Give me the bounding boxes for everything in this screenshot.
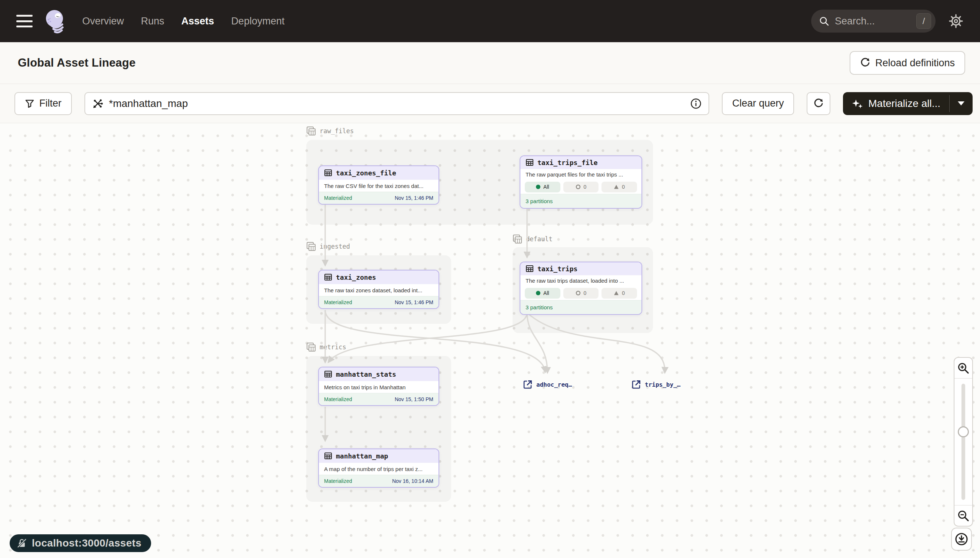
- zoom-in-button[interactable]: [954, 358, 972, 379]
- primary-nav: Overview Runs Assets Deployment: [82, 16, 285, 27]
- asset-description: A map of the number of trips per taxi z.…: [319, 463, 438, 475]
- reload-definitions-button[interactable]: Reload definitions: [850, 51, 965, 75]
- partition-all-pill[interactable]: All: [525, 288, 560, 299]
- asset-node-taxi-trips[interactable]: taxi_trips The raw taxi trips dataset, l…: [520, 262, 642, 315]
- page-title: Global Asset Lineage: [18, 56, 135, 70]
- group-label-raw-files[interactable]: raw_files: [306, 126, 354, 136]
- filter-button[interactable]: Filter: [15, 92, 72, 115]
- table-icon: [324, 273, 332, 281]
- partition-missing-pill[interactable]: 0: [563, 288, 599, 299]
- partition-missing-pill[interactable]: 0: [563, 182, 599, 192]
- external-link-icon: [523, 380, 533, 389]
- asset-description: The raw taxi trips dataset, loaded into …: [520, 275, 641, 286]
- asset-name: taxi_zones: [336, 274, 376, 281]
- zoom-panel: [954, 357, 973, 527]
- nav-link-deployment[interactable]: Deployment: [231, 16, 285, 27]
- chevron-down-icon: [958, 102, 964, 105]
- group-label-default[interactable]: default: [512, 234, 553, 244]
- asset-description: The raw taxi zones dataset, loaded int..…: [319, 284, 438, 296]
- asset-description: The raw CSV file for the taxi zones dat.…: [319, 179, 438, 192]
- zoom-out-icon: [957, 510, 970, 522]
- url-text: localhost:3000/assets: [32, 537, 142, 549]
- asset-description: Metrics on taxi trips in Manhattan: [319, 381, 438, 393]
- external-asset-trips-by[interactable]: trips_by_…: [631, 380, 680, 389]
- zoom-slider-track[interactable]: [962, 384, 965, 500]
- materialized-dot-icon: [536, 185, 540, 189]
- group-icon: [512, 234, 522, 244]
- partitions-count: 3 partitions: [520, 194, 641, 208]
- partition-health-pills: All 0 0: [520, 286, 641, 300]
- group-label-metrics[interactable]: metrics: [306, 342, 346, 352]
- download-circle-icon: [954, 532, 968, 546]
- materialize-all-button[interactable]: Materialize all...: [843, 92, 949, 115]
- asset-name: taxi_trips_file: [537, 159, 598, 166]
- asset-description: The raw parquet files for the taxi trips…: [520, 169, 641, 180]
- lock-slash-icon: [16, 538, 27, 549]
- materialization-timestamp: Nov 15, 1:50 PM: [395, 396, 433, 402]
- zoom-slider[interactable]: [954, 379, 972, 505]
- refresh-icon: [813, 98, 824, 109]
- asset-name: manhattan_stats: [336, 370, 396, 378]
- circle-outline-icon: [576, 290, 581, 295]
- zoom-in-icon: [957, 362, 970, 374]
- materialization-timestamp: Nov 15, 1:46 PM: [395, 195, 433, 201]
- lineage-toolbar: Filter Clear query: [0, 84, 980, 123]
- materialization-timestamp: Nov 16, 10:14 AM: [392, 478, 433, 484]
- materialized-dot-icon: [536, 291, 540, 295]
- asset-node-taxi-zones-file[interactable]: taxi_zones_file The raw CSV file for the…: [318, 166, 439, 205]
- global-search[interactable]: /: [811, 10, 936, 33]
- asset-node-taxi-zones[interactable]: taxi_zones The raw taxi zones dataset, l…: [318, 270, 439, 309]
- asset-node-manhattan-stats[interactable]: manhattan_stats Metrics on taxi trips in…: [318, 367, 439, 406]
- asset-lineage-canvas[interactable]: raw_files ingested default metrics: [0, 123, 980, 558]
- asset-node-manhattan-map[interactable]: manhattan_map A map of the number of tri…: [318, 448, 439, 488]
- status-badge: Materialized: [324, 396, 352, 402]
- asset-node-taxi-trips-file[interactable]: taxi_trips_file The raw parquet files fo…: [520, 156, 642, 209]
- nav-link-assets[interactable]: Assets: [181, 16, 214, 27]
- status-badge: Materialized: [324, 478, 352, 484]
- zoom-out-button[interactable]: [954, 505, 972, 526]
- table-icon: [525, 264, 534, 273]
- graph-query-icon: [92, 98, 104, 110]
- asset-status-footer: Materialized Nov 15, 1:50 PM: [319, 393, 438, 405]
- dagster-logo[interactable]: [44, 8, 67, 34]
- search-shortcut-key: /: [916, 13, 931, 29]
- asset-query-input[interactable]: [109, 98, 685, 110]
- table-icon: [324, 452, 332, 460]
- asset-name: taxi_trips: [537, 265, 577, 273]
- partition-all-pill[interactable]: All: [525, 182, 560, 192]
- materialization-timestamp: Nov 15, 1:46 PM: [395, 299, 433, 305]
- hamburger-menu-icon[interactable]: [16, 15, 33, 27]
- status-badge: Materialized: [324, 299, 352, 305]
- asset-status-footer: Materialized Nov 15, 1:46 PM: [319, 296, 438, 308]
- sparkle-icon: [852, 98, 863, 109]
- status-badge: Materialized: [324, 195, 352, 201]
- materialize-all-split-button: Materialize all...: [843, 92, 973, 115]
- recenter-view-button[interactable]: [951, 528, 972, 551]
- external-asset-adhoc-request[interactable]: adhoc_req…: [523, 380, 572, 389]
- clear-query-button[interactable]: Clear query: [722, 92, 794, 115]
- asset-query-field[interactable]: [84, 92, 709, 115]
- search-icon: [819, 16, 830, 27]
- query-info-icon[interactable]: [690, 98, 702, 110]
- zoom-slider-handle[interactable]: [958, 426, 969, 437]
- partition-failed-pill[interactable]: 0: [601, 288, 637, 299]
- search-input[interactable]: [835, 16, 916, 27]
- materialize-dropdown-button[interactable]: [950, 92, 973, 115]
- asset-status-footer: Materialized Nov 15, 1:46 PM: [319, 192, 438, 204]
- external-link-icon: [631, 380, 641, 389]
- settings-gear-icon[interactable]: [948, 13, 964, 29]
- table-icon: [324, 169, 332, 177]
- nav-link-runs[interactable]: Runs: [141, 16, 165, 27]
- partition-failed-pill[interactable]: 0: [601, 182, 637, 192]
- triangle-icon: [614, 290, 619, 295]
- partition-health-pills: All 0 0: [520, 180, 641, 194]
- browser-url-badge: localhost:3000/assets: [10, 534, 151, 552]
- group-label-ingested[interactable]: ingested: [306, 241, 350, 251]
- table-icon: [324, 370, 332, 378]
- nav-link-overview[interactable]: Overview: [82, 16, 124, 27]
- refresh-button[interactable]: [807, 92, 830, 115]
- asset-name: manhattan_map: [336, 452, 388, 460]
- asset-status-footer: Materialized Nov 16, 10:14 AM: [319, 475, 438, 487]
- table-icon: [525, 158, 534, 166]
- group-icon: [306, 342, 316, 352]
